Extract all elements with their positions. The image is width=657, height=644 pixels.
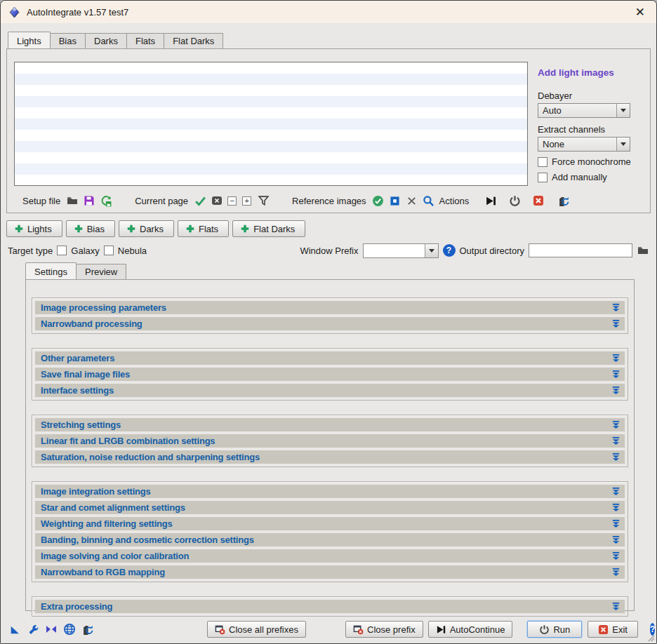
options-row: Target type Galaxy Nebula Window Prefix …: [8, 243, 649, 258]
globe-icon[interactable]: [63, 622, 76, 636]
close-all-prefixes-button[interactable]: Close all prefixes: [207, 621, 306, 638]
add-darks-button[interactable]: Darks: [119, 220, 174, 237]
save-setup-icon[interactable]: [83, 194, 95, 207]
section-image-processing-parameters[interactable]: Image processing parameters: [35, 301, 625, 314]
extract-channels-select[interactable]: None: [538, 137, 630, 152]
section-group-4: Image integration settings Star and come…: [32, 481, 628, 582]
expand-section-icon[interactable]: [611, 319, 620, 328]
update-preview-icon[interactable]: [557, 194, 570, 207]
force-monochrome-checkbox[interactable]: [538, 157, 548, 167]
expand-section-icon[interactable]: [611, 503, 620, 512]
check-circle-icon[interactable]: [372, 194, 385, 207]
section-star-comet-alignment[interactable]: Star and comet alignment settings: [35, 501, 625, 514]
search-icon[interactable]: [423, 194, 435, 207]
section-image-integration-settings[interactable]: Image integration settings: [35, 485, 625, 498]
expand-icon[interactable]: +: [242, 196, 251, 206]
add-bias-button[interactable]: Bias: [66, 220, 115, 237]
tab-bias[interactable]: Bias: [50, 33, 86, 48]
tab-flat-darks[interactable]: Flat Darks: [164, 33, 223, 48]
clear-reference-icon[interactable]: [406, 194, 418, 207]
current-page-label: Current page: [135, 196, 188, 206]
exit-x-icon[interactable]: [532, 194, 545, 207]
debayer-select[interactable]: Auto: [538, 103, 630, 118]
tab-lights[interactable]: Lights: [8, 32, 51, 48]
expand-section-icon[interactable]: [611, 452, 620, 462]
accept-check-icon[interactable]: [194, 194, 206, 207]
add-flat-darks-label: Flat Darks: [253, 224, 295, 234]
section-label: Linear fit and LRGB combination settings: [41, 436, 215, 446]
autocontinue-button[interactable]: AutoContinue: [428, 621, 513, 638]
expand-section-icon[interactable]: [611, 370, 620, 379]
run-power-icon[interactable]: [508, 194, 521, 207]
section-interface-settings[interactable]: Interface settings: [35, 384, 625, 397]
window-prefix-select[interactable]: [363, 243, 439, 258]
force-monochrome-label: Force monochrome: [552, 156, 631, 167]
expand-section-icon[interactable]: [611, 487, 620, 496]
expand-section-icon[interactable]: [611, 420, 620, 429]
tab-darks[interactable]: Darks: [85, 33, 127, 48]
section-saturation-noise-sharpening[interactable]: Saturation, noise reduction and sharpeni…: [35, 450, 625, 464]
reference-square-icon[interactable]: [389, 194, 401, 207]
camera-preview-icon[interactable]: [82, 622, 94, 636]
section-group-2: Other parameters Save final image files …: [32, 348, 628, 401]
wrench-icon[interactable]: [27, 622, 39, 636]
section-extra-processing[interactable]: Extra processing: [35, 600, 625, 613]
window-prefix-help-icon[interactable]: ?: [443, 244, 456, 257]
collapse-icon[interactable]: −: [227, 196, 237, 206]
expand-section-icon[interactable]: [611, 568, 620, 577]
section-image-solving-color-calibration[interactable]: Image solving and color calibration: [35, 549, 625, 563]
tab-settings[interactable]: Settings: [25, 262, 77, 279]
exit-button[interactable]: Exit: [588, 621, 638, 638]
tab-preview[interactable]: Preview: [76, 264, 126, 279]
expand-section-icon[interactable]: [611, 535, 620, 544]
expand-section-icon[interactable]: [611, 354, 620, 363]
section-banding-binning-cosmetic[interactable]: Banding, binning and cosmetic correction…: [35, 533, 625, 546]
clear-page-icon[interactable]: [211, 194, 223, 207]
add-lights-button[interactable]: Lights: [6, 220, 62, 237]
file-list[interactable]: [14, 62, 528, 186]
close-prefix-button[interactable]: Close prefix: [345, 621, 423, 638]
section-label: Image processing parameters: [41, 302, 166, 313]
section-stretching-settings[interactable]: Stretching settings: [35, 418, 625, 431]
extract-channels-dropdown-button[interactable]: [616, 137, 630, 151]
section-weighting-filtering[interactable]: Weighting and filtering settings: [35, 517, 625, 530]
section-linear-fit-lrgb[interactable]: Linear fit and LRGB combination settings: [35, 434, 625, 448]
section-label: Narrowband processing: [41, 318, 142, 329]
run-button[interactable]: Run: [527, 621, 582, 638]
open-setup-folder-icon[interactable]: [66, 194, 79, 207]
expand-section-icon[interactable]: [611, 436, 620, 445]
output-directory-input[interactable]: [529, 243, 632, 257]
expand-section-icon[interactable]: [611, 551, 620, 561]
filter-icon[interactable]: [257, 194, 270, 207]
autocontinue-icon[interactable]: [484, 194, 497, 207]
section-narrowband-to-rgb-mapping[interactable]: Narrowband to RGB mapping: [35, 565, 625, 579]
new-instance-icon[interactable]: [9, 622, 21, 636]
expand-section-icon[interactable]: [611, 519, 620, 528]
autocontinue-label: AutoContinue: [450, 624, 505, 635]
tab-flats[interactable]: Flats: [126, 33, 164, 48]
expand-section-icon[interactable]: [611, 303, 620, 312]
section-narrowband-processing[interactable]: Narrowband processing: [35, 317, 625, 330]
add-flat-darks-button[interactable]: Flat Darks: [232, 220, 305, 237]
add-flats-button[interactable]: Flats: [178, 220, 229, 237]
save-setup-as-icon[interactable]: [100, 194, 112, 207]
expand-section-icon[interactable]: [611, 602, 620, 611]
window-prefix-dropdown-button[interactable]: [425, 244, 438, 257]
debayer-dropdown-button[interactable]: [616, 104, 630, 117]
resize-grip[interactable]: [646, 633, 655, 642]
add-manually-label: Add manually: [552, 172, 607, 182]
section-label: Image solving and color calibration: [41, 551, 189, 561]
galaxy-label: Galaxy: [71, 246, 99, 256]
compress-icon[interactable]: [46, 622, 57, 636]
add-manually-checkbox[interactable]: [538, 173, 548, 182]
nebula-checkbox[interactable]: [104, 246, 114, 255]
actions-label: Actions: [439, 196, 470, 206]
section-group-5: Extra processing: [32, 596, 628, 617]
section-save-final-image-files[interactable]: Save final image files: [35, 368, 625, 381]
expand-section-icon[interactable]: [611, 386, 620, 395]
output-folder-icon[interactable]: [637, 244, 649, 257]
close-window-icon[interactable]: ✕: [632, 5, 649, 20]
add-panel-title: Add light images: [538, 67, 643, 78]
galaxy-checkbox[interactable]: [57, 246, 67, 255]
section-other-parameters[interactable]: Other parameters: [35, 351, 625, 365]
